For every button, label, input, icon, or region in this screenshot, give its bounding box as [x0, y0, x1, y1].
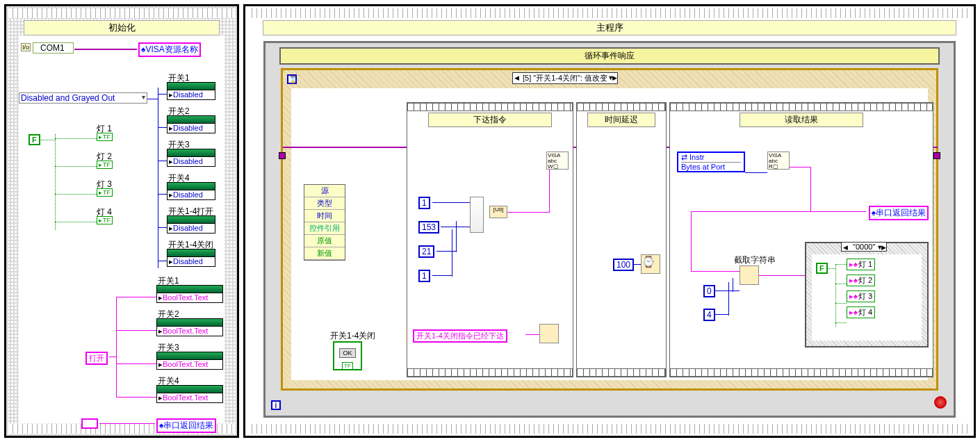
visa-resource-ref: ♠VISA资源名称	[138, 42, 201, 57]
seq-delay: 时间延迟 100 ⌚	[576, 102, 667, 377]
return-result-out: ♠串口返回结果	[869, 206, 929, 220]
s3-booltext-prop: ▸BoolText.Text	[156, 352, 223, 370]
ctrl-close-terminal: OKTF	[333, 341, 362, 370]
dialog-icon	[539, 324, 559, 343]
event-case-selector[interactable]: [5] "开关1-4关闭": 值改变	[512, 72, 618, 84]
left-tunnel	[279, 152, 286, 159]
light1-out: 灯 1	[847, 259, 875, 270]
byte-1b: 1	[418, 270, 430, 282]
switch3-disabled-prop: ▸Disabled	[167, 149, 215, 167]
case-structure: "0000" F 灯 1 灯 2 灯 3 灯 4	[805, 242, 929, 347]
light3-indicator: TF	[97, 188, 113, 197]
s4-booltext-prop: ▸BoolText.Text	[156, 385, 223, 403]
light2-out: 灯 2	[847, 275, 875, 286]
event-data-node: 源 类型 时间 控件引用 原值 新值	[304, 184, 345, 261]
false-const: F	[28, 134, 40, 145]
light3-out: 灯 3	[847, 290, 875, 302]
light1-indicator: TF	[97, 133, 113, 141]
loop-label: 循环事件响应	[279, 47, 940, 65]
main-sequence-frame: 主程序 循环事件响应 i ⌛ [5] "开关1-4关闭": 值改变 源 类型 时…	[243, 4, 976, 438]
lights-out-list: 灯 1 灯 2 灯 3 灯 4	[847, 259, 875, 322]
light4-indicator: TF	[97, 216, 113, 224]
wait-ms-icon: ⌚	[641, 254, 660, 274]
s1-booltext-prop: ▸BoolText.Text	[156, 285, 223, 303]
seq2-title: 时间延迟	[587, 113, 655, 127]
loop-iteration-icon: i	[271, 400, 281, 410]
seq1-title: 下达指令	[428, 113, 552, 127]
main-title: 主程序	[263, 20, 956, 35]
visa-read-icon: VISAabcR▢	[767, 152, 790, 170]
light2-indicator: TF	[97, 161, 113, 169]
u8-cast-icon: [U8]	[489, 206, 507, 218]
switch2-disabled-prop: ▸Disabled	[167, 115, 215, 133]
substr-icon	[740, 265, 759, 285]
switch1-disabled-prop: ▸Disabled	[167, 82, 215, 100]
build-array-icon	[470, 197, 484, 233]
right-tunnel	[933, 152, 940, 159]
case-false-const: F	[816, 263, 828, 274]
switch14close-disabled-prop: ▸Disabled	[167, 249, 215, 267]
init-title: 初始化	[24, 20, 220, 35]
sent-msg-const: 开关1-4关闭指令已经下达	[413, 329, 507, 343]
init-sequence-frame: 初始化 COM1 ♠VISA资源名称 Disabled and Grayed O…	[4, 4, 239, 438]
visa-write-icon: VISAabcW▢	[546, 152, 569, 170]
event-timeout-icon: ⌛	[287, 74, 297, 84]
open-string-const: 打开	[85, 352, 108, 365]
instr-prop-node: ⇄ Instr Bytes at Port	[677, 152, 745, 172]
com-port-constant[interactable]: COM1	[33, 42, 74, 54]
case-selector[interactable]: "0000"	[841, 242, 887, 252]
loop-stop-terminal[interactable]	[934, 396, 947, 409]
byte-21: 21	[418, 245, 434, 258]
seq-send-command: 下达指令 VISAabcW▢ 1 153 21 1 [U8]	[407, 102, 573, 377]
ctrl-close-label: 开关1-4关闭	[330, 330, 375, 342]
return-result-ref: ♠串口返回结果	[156, 418, 216, 433]
switch4-disabled-prop: ▸Disabled	[167, 182, 215, 200]
seq-read-result: 读取结果 ⇄ Instr Bytes at Port VISAabcR▢ ♠串口…	[669, 102, 933, 377]
disabled-ring[interactable]: Disabled and Grayed Out	[19, 92, 147, 104]
empty-string-const	[81, 418, 98, 429]
byte-153: 153	[418, 221, 439, 234]
substr-label: 截取字符串	[734, 254, 776, 266]
s2-booltext-prop: ▸BoolText.Text	[156, 318, 223, 336]
substr-len: 4	[703, 309, 715, 321]
substr-start: 0	[703, 285, 715, 297]
switch14open-disabled-prop: ▸Disabled	[167, 215, 215, 234]
byte-1: 1	[418, 197, 430, 209]
seq3-title: 读取结果	[740, 113, 863, 127]
delay-100: 100	[613, 259, 634, 271]
light4-out: 灯 4	[847, 306, 875, 318]
